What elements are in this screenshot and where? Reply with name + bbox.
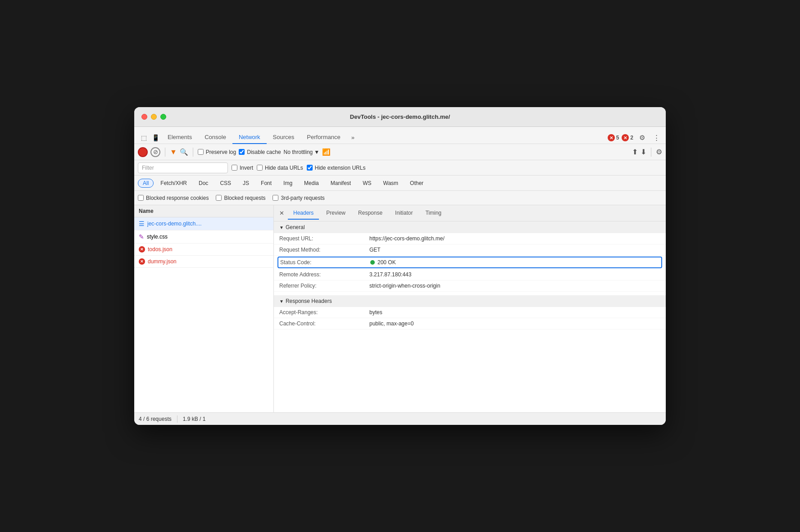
close-button[interactable]	[141, 114, 147, 120]
general-title: General	[286, 224, 305, 230]
close-detail-button[interactable]: ✕	[277, 208, 286, 218]
tab-sources[interactable]: Sources	[267, 131, 301, 144]
cache-control-value: public, max-age=0	[369, 320, 414, 327]
type-btn-doc[interactable]: Doc	[194, 179, 213, 188]
detail-tab-response[interactable]: Response	[353, 207, 388, 220]
file-name-css: style.css	[147, 234, 168, 240]
type-btn-fetch-xhr[interactable]: Fetch/XHR	[155, 179, 192, 188]
record-button[interactable]	[138, 147, 148, 157]
remote-address-label: Remote Address:	[279, 271, 369, 278]
status-code-text: 200 OK	[377, 259, 396, 266]
error-count-2: 2	[630, 135, 633, 141]
hide-data-urls-label[interactable]: Hide data URLs	[257, 165, 303, 171]
error-icon-todos: ✕	[139, 246, 145, 252]
file-list-header: Name	[134, 205, 273, 217]
toolbar-divider-3	[651, 148, 651, 157]
request-url-row: Request URL: https://jec-cors-demo.glitc…	[274, 233, 666, 244]
preserve-log-checkbox[interactable]	[198, 149, 204, 155]
detail-tab-headers[interactable]: Headers	[288, 207, 319, 220]
search-icon[interactable]: 🔍	[180, 148, 188, 156]
clear-button[interactable]: ⊘	[150, 147, 160, 157]
hide-ext-urls-checkbox[interactable]	[307, 165, 313, 171]
remote-address-row: Remote Address: 3.217.87.180:443	[274, 269, 666, 280]
request-method-label: Request Method:	[279, 247, 369, 253]
type-btn-other[interactable]: Other	[405, 179, 428, 188]
device-toolbar-icon[interactable]: 📱	[150, 132, 161, 144]
bottom-bar: 4 / 6 requests 1.9 kB / 1	[134, 412, 666, 425]
filter-bar: Invert Hide data URLs Hide extension URL…	[134, 160, 666, 176]
tab-performance[interactable]: Performance	[300, 131, 346, 144]
file-item-css[interactable]: ✎ style.css	[134, 230, 273, 243]
requests-count: 4 / 6 requests	[139, 416, 172, 422]
remote-address-value: 3.217.87.180:443	[369, 271, 411, 278]
tab-console[interactable]: Console	[198, 131, 232, 144]
blocked-cookies-label[interactable]: Blocked response cookies	[138, 195, 209, 201]
type-btn-all[interactable]: All	[138, 179, 154, 188]
inspect-element-icon[interactable]: ⬚	[138, 132, 150, 144]
tab-more[interactable]: »	[347, 131, 359, 144]
type-btn-media[interactable]: Media	[299, 179, 324, 188]
cache-control-label: Cache-Control:	[279, 320, 369, 327]
minimize-button[interactable]	[151, 114, 157, 120]
detail-tab-initiator[interactable]: Initiator	[390, 207, 418, 220]
blocked-cookies-text: Blocked response cookies	[146, 195, 209, 201]
network-settings-icon[interactable]: ⚙	[656, 148, 662, 156]
content-area: Name ☰ jec-cors-demo.glitch.... ✎ style.…	[134, 205, 666, 412]
more-options-icon[interactable]: ⋮	[650, 132, 662, 144]
error-icon-1: ✕	[608, 134, 615, 141]
type-btn-wasm[interactable]: Wasm	[378, 179, 404, 188]
accept-ranges-value: bytes	[369, 309, 382, 316]
toolbar-divider-2	[193, 148, 193, 157]
import-har-icon[interactable]: ⬇	[641, 148, 646, 156]
general-section-header: ▼ General	[274, 221, 666, 233]
type-btn-img[interactable]: Img	[278, 179, 297, 188]
tab-network[interactable]: Network	[232, 131, 267, 144]
status-code-row: Status Code: 200 OK	[277, 257, 662, 268]
filter-input[interactable]	[138, 162, 228, 173]
file-item-dummy[interactable]: ✕ dummy.json	[134, 256, 273, 268]
settings-gear-icon[interactable]: ⚙	[636, 132, 648, 144]
disable-cache-label[interactable]: Disable cache	[239, 149, 281, 155]
throttling-text: No throttling	[284, 149, 313, 155]
export-har-icon[interactable]: ⬆	[632, 148, 638, 156]
disable-cache-checkbox[interactable]	[239, 149, 245, 155]
file-item-main[interactable]: ☰ jec-cors-demo.glitch....	[134, 217, 273, 230]
wifi-icon: 📶	[322, 148, 331, 156]
status-dot	[370, 260, 375, 265]
error-count-1: 5	[616, 135, 619, 141]
request-method-value: GET	[369, 247, 381, 253]
tab-elements[interactable]: Elements	[161, 131, 198, 144]
hide-data-urls-text: Hide data URLs	[265, 165, 303, 171]
blocked-requests-checkbox[interactable]	[216, 195, 222, 201]
css-icon: ✎	[139, 233, 144, 240]
file-name-dummy: dummy.json	[148, 258, 177, 265]
type-filter-bar: All Fetch/XHR Doc CSS JS Font Img Media …	[134, 176, 666, 191]
main-tab-bar: ⬚ 📱 Elements Console Network Sources Per…	[134, 127, 666, 144]
file-item-todos[interactable]: ✕ todos.json	[134, 243, 273, 256]
type-btn-manifest[interactable]: Manifest	[326, 179, 356, 188]
detail-tab-preview[interactable]: Preview	[321, 207, 351, 220]
third-party-label[interactable]: 3rd-party requests	[273, 195, 324, 201]
third-party-text: 3rd-party requests	[281, 195, 324, 201]
type-btn-font[interactable]: Font	[256, 179, 277, 188]
hide-ext-urls-label[interactable]: Hide extension URLs	[307, 165, 366, 171]
hide-data-urls-checkbox[interactable]	[257, 165, 263, 171]
toolbar-divider-1	[165, 148, 165, 157]
blocked-cookies-checkbox[interactable]	[138, 195, 144, 201]
filter-icon[interactable]: ▼	[170, 148, 177, 156]
request-method-row: Request Method: GET	[274, 244, 666, 256]
invert-label[interactable]: Invert	[232, 165, 253, 171]
blocked-requests-label[interactable]: Blocked requests	[216, 195, 265, 201]
throttling-selector[interactable]: No throttling ▼	[284, 149, 320, 155]
type-btn-ws[interactable]: WS	[358, 179, 376, 188]
detail-tab-timing[interactable]: Timing	[420, 207, 447, 220]
third-party-checkbox[interactable]	[273, 195, 278, 201]
error-badge-2: ✕ 2	[622, 134, 633, 141]
referrer-policy-value: strict-origin-when-cross-origin	[369, 283, 440, 289]
maximize-button[interactable]	[160, 114, 166, 120]
type-btn-js[interactable]: JS	[238, 179, 254, 188]
type-btn-css[interactable]: CSS	[215, 179, 236, 188]
preserve-log-text: Preserve log	[206, 149, 236, 155]
invert-checkbox[interactable]	[232, 165, 237, 171]
preserve-log-label[interactable]: Preserve log	[198, 149, 236, 155]
